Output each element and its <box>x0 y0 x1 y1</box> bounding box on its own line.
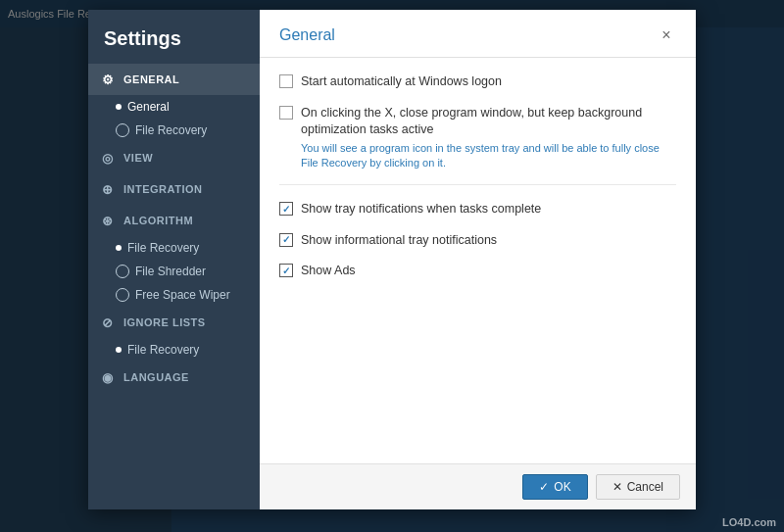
circle-icon <box>116 265 129 278</box>
sidebar-item-view[interactable]: VIEW <box>88 142 260 173</box>
checkbox-info-notifications[interactable] <box>279 233 293 247</box>
settings-dialog: Settings GENERAL General File Recovery <box>88 10 696 509</box>
sidebar-sub-label: File Recovery <box>127 241 199 255</box>
option-label-autostart: Start automatically at Windows logon <box>301 73 502 91</box>
gear-icon <box>100 72 116 87</box>
sidebar-sub-algo-freespace[interactable]: Free Space Wiper <box>88 283 260 307</box>
sidebar-label-view: VIEW <box>123 152 153 164</box>
option-row-info-notifications: Show informational tray notifications <box>279 232 676 250</box>
circle-icon <box>116 288 129 302</box>
sidebar-label-algorithm: ALGORITHM <box>123 215 193 226</box>
sidebar-sub-general-filerecovery[interactable]: File Recovery <box>88 119 260 142</box>
divider <box>279 184 676 185</box>
settings-title: Settings <box>88 10 260 64</box>
algo-icon <box>100 213 116 228</box>
eye-icon <box>100 150 116 166</box>
sidebar-sub-general-general[interactable]: General <box>88 95 260 119</box>
checkbox-autostart[interactable] <box>279 74 293 88</box>
checkbox-closewindow[interactable] <box>279 106 293 120</box>
content-title: General <box>279 26 335 44</box>
checkbox-show-ads[interactable] <box>279 264 293 277</box>
option-row-autostart: Start automatically at Windows logon <box>279 73 676 91</box>
watermark: LO4D.com <box>722 516 776 528</box>
sidebar-sub-label: File Recovery <box>135 123 207 137</box>
sidebar-sub-label: File Shredder <box>135 265 206 278</box>
puzzle-icon <box>100 181 116 197</box>
circle-icon <box>116 123 129 137</box>
sidebar-sub-label: Free Space Wiper <box>135 288 230 302</box>
sidebar-label-general: GENERAL <box>123 73 179 85</box>
option-label-tray-notifications: Show tray notifications when tasks compl… <box>301 201 541 218</box>
sidebar-item-algorithm[interactable]: ALGORITHM <box>88 205 260 236</box>
modal-overlay: Settings GENERAL General File Recovery <box>0 0 784 532</box>
ok-label: OK <box>554 480 570 494</box>
close-button[interactable]: × <box>657 25 676 45</box>
sidebar-sub-label: File Recovery <box>127 343 199 357</box>
settings-content: General × Start automatically at Windows… <box>260 10 696 509</box>
sidebar-sub-algo-filerecovery[interactable]: File Recovery <box>88 236 260 260</box>
block-icon <box>100 314 116 330</box>
option-label-info-notifications: Show informational tray notifications <box>301 232 497 250</box>
lang-icon <box>100 369 116 385</box>
sidebar-item-integration[interactable]: INTEGRATION <box>88 173 260 205</box>
sidebar-item-language[interactable]: LANGUAGE <box>88 362 260 393</box>
option-row-show-ads: Show Ads <box>279 263 676 280</box>
ok-button[interactable]: ✓ OK <box>522 474 587 500</box>
bullet-icon <box>116 347 122 353</box>
sidebar-label-integration: INTEGRATION <box>123 183 202 195</box>
option-row-tray-notifications: Show tray notifications when tasks compl… <box>279 201 676 218</box>
sidebar-item-ignorelists[interactable]: IGNORE LISTS <box>88 307 260 338</box>
content-body: Start automatically at Windows logon On … <box>260 58 696 463</box>
content-header: General × <box>260 10 696 58</box>
cancel-button[interactable]: ✕ Cancel <box>596 474 680 500</box>
sidebar-label-ignorelists: IGNORE LISTS <box>123 316 206 328</box>
sidebar-item-general[interactable]: GENERAL <box>88 64 260 95</box>
cancel-label: Cancel <box>627 480 663 494</box>
content-footer: ✓ OK ✕ Cancel <box>260 463 696 509</box>
settings-sidebar: Settings GENERAL General File Recovery <box>88 10 260 509</box>
bullet-icon <box>116 245 122 251</box>
sidebar-sub-label: General <box>127 100 170 114</box>
sidebar-sub-algo-fileshredder[interactable]: File Shredder <box>88 260 260 283</box>
bullet-icon <box>116 104 122 110</box>
sidebar-label-language: LANGUAGE <box>123 371 189 383</box>
option-label-closewindow: On clicking the X, close program window,… <box>301 105 676 139</box>
option-row-closewindow: On clicking the X, close program window,… <box>279 105 676 171</box>
option-label-show-ads: Show Ads <box>301 263 356 280</box>
sidebar-sub-ignore-filerecovery[interactable]: File Recovery <box>88 338 260 362</box>
checkbox-tray-notifications[interactable] <box>279 202 293 216</box>
nav-section: GENERAL General File Recovery VIEW <box>88 64 260 393</box>
ok-icon: ✓ <box>539 480 549 494</box>
option-sublabel-closewindow: You will see a program icon in the syste… <box>301 141 676 171</box>
cancel-icon: ✕ <box>612 480 622 494</box>
